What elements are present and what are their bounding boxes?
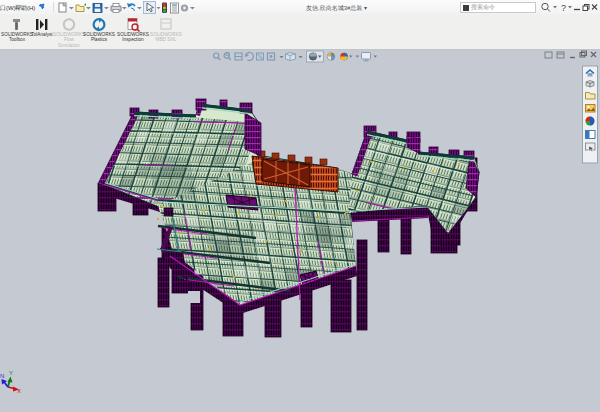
svg-text:X: X [17,388,21,394]
svg-text:?: ? [561,3,566,13]
svg-text:Y: Y [9,370,13,376]
svg-text:N: N [0,373,4,379]
